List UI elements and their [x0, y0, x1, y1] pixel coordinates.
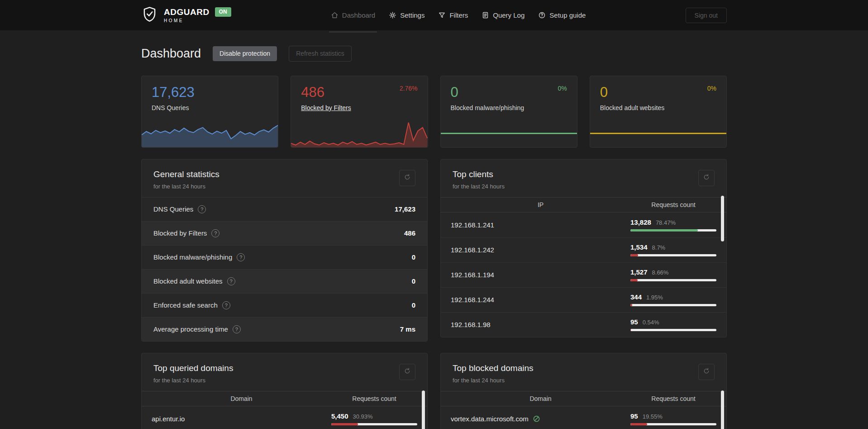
column-header-domain[interactable]: Domain [152, 395, 331, 402]
nav-item-setup-guide[interactable]: Setup guide [538, 0, 586, 30]
nav-item-settings[interactable]: Settings [389, 0, 424, 30]
column-header-requests[interactable]: Requests count [630, 395, 716, 402]
general-stat-row: Blocked by Filters?486 [142, 221, 427, 245]
adguard-home-logo[interactable]: ADGUARD ON HOME [141, 6, 231, 24]
table-header: Domain Requests count [142, 391, 427, 406]
help-icon[interactable]: ? [227, 277, 235, 285]
requests-percent: 8.66% [652, 269, 669, 276]
stat-name: Blocked adult websites [153, 277, 223, 285]
requests-percent: 0.54% [643, 319, 659, 326]
top-clients-table: 192.168.1.24113,82878.47%192.168.1.2421,… [441, 212, 726, 337]
refresh-icon-button[interactable] [698, 170, 715, 186]
panel-subtitle: for the last 24 hours [153, 183, 415, 190]
refresh-icon-button[interactable] [399, 364, 415, 380]
scrollbar-thumb[interactable] [721, 390, 724, 429]
panel-title: Top clients [453, 169, 715, 179]
help-icon[interactable]: ? [198, 205, 206, 213]
blocked-by-filters-link[interactable]: Blocked by Filters [301, 104, 351, 111]
blocked-malware-value: 0 [451, 85, 567, 100]
progress-bar [630, 423, 716, 425]
nav-item-dashboard[interactable]: Dashboard [331, 0, 375, 30]
sign-out-button[interactable]: Sign out [686, 8, 727, 23]
stat-cards: 17,623 DNS Queries 486 Blocked by Filter… [141, 76, 727, 148]
refresh-icon-button[interactable] [698, 364, 715, 380]
ip-link[interactable]: 192.168.1.242 [451, 246, 494, 254]
requests-count: 1,527 [630, 268, 648, 276]
help-icon[interactable]: ? [211, 229, 219, 237]
general-statistics-panel: General statistics for the last 24 hours… [141, 159, 428, 342]
dns-queries-sparkline [142, 119, 278, 147]
scrollbar-thumb[interactable] [422, 390, 425, 429]
panel-subtitle: for the last 24 hours [453, 377, 715, 384]
general-stat-row: DNS Queries?17,623 [142, 197, 427, 221]
ip-link[interactable]: 192.168.1.194 [451, 271, 494, 279]
requests-count: 5,450 [331, 412, 348, 420]
ip-link[interactable]: 192.168.1.241 [451, 221, 494, 229]
requests-count: 344 [630, 293, 642, 301]
column-header-requests[interactable]: Requests count [331, 395, 417, 402]
blocked-malware-percent: 0% [558, 85, 567, 92]
brand-sub: HOME [164, 19, 231, 23]
requests-percent: 8.7% [652, 244, 666, 251]
refresh-icon [404, 174, 411, 182]
stat-value: 0 [412, 301, 415, 309]
stat-name: Blocked malware/phishing [153, 253, 232, 261]
column-header-ip[interactable]: IP [451, 201, 630, 208]
stat-name: DNS Queries [153, 205, 193, 213]
progress-bar [331, 423, 417, 425]
table-row: 192.168.1.1941,5278.66% [441, 262, 726, 287]
dns-queries-label: DNS Queries [152, 104, 189, 111]
dns-queries-card: 17,623 DNS Queries [141, 76, 278, 148]
panel-title: General statistics [153, 169, 415, 179]
general-stat-row: Blocked adult websites?0 [142, 269, 427, 293]
help-icon[interactable]: ? [233, 325, 241, 333]
top-blocked-domains-panel: Top blocked domains for the last 24 hour… [440, 353, 727, 429]
nav-item-query-log[interactable]: Query Log [482, 0, 525, 30]
stat-value: 0 [412, 277, 415, 285]
general-statistics-rows: DNS Queries?17,623Blocked by Filters?486… [142, 197, 427, 341]
ip-link[interactable]: 192.168.1.98 [451, 321, 491, 328]
help-icon[interactable]: ? [237, 253, 245, 261]
table-row: vortex.data.microsoft.com9519.55% [441, 406, 726, 429]
stat-value: 7 ms [400, 325, 415, 333]
refresh-icon [404, 367, 411, 376]
stat-name: Average processing time [153, 325, 228, 333]
requests-count: 95 [630, 318, 638, 326]
domain-link[interactable]: api.entur.io [152, 415, 185, 423]
table-header: IP Requests count [441, 197, 726, 212]
help-icon[interactable]: ? [222, 301, 230, 309]
domain-link[interactable]: vortex.data.microsoft.com [451, 415, 529, 423]
query-log-icon [482, 11, 489, 19]
blocked-by-filters-card: 486 Blocked by Filters 2.76% [291, 76, 428, 148]
stat-value: 0 [412, 253, 415, 261]
brand-name: ADGUARD [164, 8, 210, 16]
gear-icon [389, 11, 396, 19]
table-row: 192.168.1.24113,82878.47% [441, 212, 726, 237]
refresh-statistics-button[interactable]: Refresh statistics [289, 46, 352, 62]
refresh-icon [703, 367, 710, 376]
nav-item-filters[interactable]: Filters [438, 0, 468, 30]
blocked-malware-card: 0 Blocked malware/phishing 0% [440, 76, 577, 148]
top-clients-panel: Top clients for the last 24 hours IP Req… [440, 159, 727, 337]
progress-bar [630, 254, 716, 256]
blocked-adult-label: Blocked adult websites [600, 104, 664, 111]
top-queried-domains-panel: Top queried domains for the last 24 hour… [141, 353, 428, 429]
progress-bar [630, 329, 716, 331]
ip-link[interactable]: 192.168.1.244 [451, 296, 494, 304]
blocked-malware-flatline [441, 133, 577, 134]
scrollbar-thumb[interactable] [721, 196, 724, 241]
stat-name: Blocked by Filters [153, 229, 207, 237]
requests-percent: 78.47% [656, 219, 676, 226]
refresh-icon-button[interactable] [399, 170, 415, 186]
table-row: 192.168.1.2421,5348.7% [441, 237, 726, 262]
general-stat-row: Average processing time?7 ms [142, 317, 427, 341]
top-navbar: ADGUARD ON HOME DashboardSettingsFilters… [0, 0, 868, 30]
requests-count: 1,534 [630, 243, 648, 251]
stat-value: 17,623 [395, 205, 415, 213]
blocked-tracker-icon [533, 415, 540, 423]
column-header-requests[interactable]: Requests count [630, 201, 716, 208]
progress-bar [630, 229, 716, 231]
blocked-adult-percent: 0% [707, 85, 716, 92]
column-header-domain[interactable]: Domain [451, 395, 630, 402]
disable-protection-button[interactable]: Disable protection [213, 46, 277, 61]
